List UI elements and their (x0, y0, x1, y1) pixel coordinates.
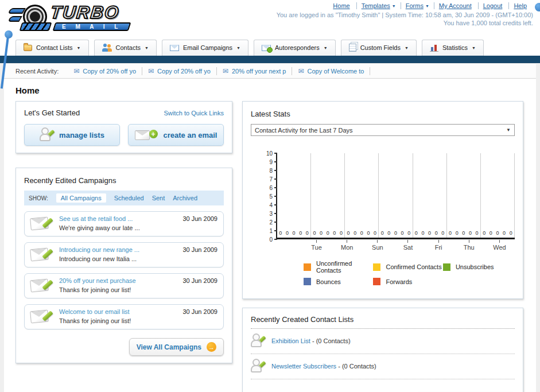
left-column: Let's Get Started Switch to Quick Links … (15, 101, 232, 363)
legend-item: Forwards (373, 278, 442, 285)
data-point-label: 0 (320, 230, 323, 236)
nav-tab-label: Statistics (442, 44, 468, 51)
tick-mark (274, 222, 277, 223)
top-nav-item[interactable]: Forms ▼ (401, 2, 434, 9)
recent-activity-link[interactable]: Copy of 20% off yo (157, 68, 211, 75)
campaign-date: 30 Jun 2009 (182, 246, 217, 263)
data-point-label: 0 (421, 230, 424, 236)
logo-email-text: E M A I L (62, 24, 122, 30)
contact-list-link[interactable]: Exhibition List (271, 337, 310, 344)
campaign-title-link[interactable]: Welcome to our email list (59, 308, 177, 315)
nav-tab[interactable]: Contacts ▼ (94, 40, 157, 56)
nav-tab-label: Custom Fields (360, 44, 401, 51)
contact-list-count: - (0 Contacts) (338, 363, 376, 370)
logo-flame-icon (7, 16, 22, 22)
create-email-button[interactable]: + create an email (128, 124, 224, 146)
y-axis-tick-label: 1 (269, 228, 273, 234)
columns: Let's Get Started Switch to Quick Links … (4, 101, 536, 392)
contact-list-link[interactable]: Newsletter Subscribers (271, 363, 336, 370)
top-nav-link[interactable]: Logout (483, 2, 503, 9)
chart-group: 00000 (481, 153, 515, 238)
recent-activity-item[interactable]: ✉ Copy of 20% off yo (68, 67, 142, 75)
top-nav-item[interactable]: Templates ▼ (356, 2, 401, 9)
legend-swatch (443, 263, 450, 271)
contact-list-item[interactable]: Exhibition List - (0 Contacts) (251, 329, 515, 354)
campaign-filter[interactable]: Scheduled (114, 195, 144, 201)
pin-dot-decoration (5, 30, 13, 38)
recent-activity-item[interactable]: ✉ Copy of 20% off yo (142, 67, 217, 75)
tick-mark (274, 178, 277, 180)
campaign-date: 30 Jun 2009 (182, 277, 217, 294)
switch-quick-links-link[interactable]: Switch to Quick Links (164, 110, 224, 117)
edited-campaign-icon (30, 246, 53, 263)
campaign-filter[interactable]: Sent (152, 195, 165, 201)
tick-mark (274, 196, 277, 197)
data-point-label: 0 (401, 230, 404, 236)
data-point-label: 0 (367, 230, 370, 236)
x-axis-label: Sun (362, 240, 393, 251)
data-point-label: 0 (313, 230, 316, 236)
chart-yaxis: 012345678910 (251, 153, 276, 239)
arrow-right-icon: → (207, 342, 216, 352)
pencil-icon (256, 361, 266, 371)
create-email-icon: + (135, 129, 158, 141)
recent-activity-item[interactable]: ✉ Copy of Welcome to (292, 67, 370, 75)
campaign-card[interactable]: 20% off your next purchase Thanks for jo… (24, 273, 224, 298)
envelope-icon: ✉ (148, 67, 154, 75)
recent-activity-link[interactable]: Copy of 20% off yo (83, 68, 136, 75)
legend-swatch (304, 263, 311, 271)
campaign-title-link[interactable]: See us at the retail food ... (59, 215, 177, 222)
campaigns-panel: Recently Edited Campaigns SHOW: All Camp… (15, 168, 232, 363)
navy-divider-bar (0, 56, 540, 63)
view-all-campaigns-label: View All Campaigns (137, 343, 201, 351)
y-axis-tick-label: 0 (269, 236, 273, 243)
login-info: You are logged in as "Timothy Smith" | S… (277, 11, 533, 18)
campaign-title-link[interactable]: Introducing our new range ... (59, 246, 177, 253)
y-axis-tick-label: 6 (269, 185, 273, 191)
nav-tab[interactable]: Statistics ▼ (422, 40, 484, 56)
top-nav-link[interactable]: Templates (362, 2, 390, 9)
get-started-title: Let's Get Started (24, 108, 80, 117)
show-label: SHOW: (29, 195, 48, 201)
campaign-card[interactable]: Welcome to our email list Thanks for joi… (24, 304, 224, 329)
nav-tab[interactable]: Custom Fields ▼ (341, 40, 417, 56)
data-point-label: 0 (503, 230, 506, 236)
top-nav-link[interactable]: Forms (406, 2, 424, 9)
campaign-subtitle: Introducing our new Italia ... (59, 255, 137, 262)
page-body: Recent Activity: ✉ Copy of 20% off yo ✉ … (0, 63, 540, 392)
top-nav-item[interactable]: Logout (478, 2, 509, 9)
manage-lists-button[interactable]: manage lists (24, 124, 120, 146)
nav-tab-label: Autoresponders (275, 44, 320, 51)
top-nav-item[interactable]: Help (508, 2, 533, 9)
campaign-filter[interactable]: Archived (173, 195, 197, 201)
campaign-title-link[interactable]: 20% off your next purchase (59, 277, 177, 284)
chart-group: 00000 (345, 153, 379, 238)
recent-activity-item[interactable]: ✉ 20% off your next p (217, 67, 293, 75)
campaign-card[interactable]: See us at the retail food ... We're givi… (24, 211, 224, 236)
stats-period-dropdown[interactable]: Contact Activity for the Last 7 Days ▼ (251, 124, 515, 136)
nav-tab[interactable]: Contact Lists ▼ (15, 40, 89, 56)
page-title: Home (15, 86, 536, 95)
top-nav-link[interactable]: Help (514, 2, 527, 9)
chart-plot-groups: 00000000000000000000000000000000000 (276, 153, 515, 239)
right-column: Latest Stats Contact Activity for the La… (242, 101, 523, 392)
main-nav-tabs: Contact Lists ▼ Contacts ▼ Email Campaig… (15, 40, 484, 56)
top-nav-link[interactable]: My Account (439, 2, 472, 9)
nav-tab[interactable]: Email Campaigns ▼ (162, 40, 248, 56)
top-nav-link[interactable]: Home (333, 2, 349, 9)
view-all-campaigns-button[interactable]: View All Campaigns → (129, 338, 224, 356)
nav-tab[interactable]: Autoresponders ▼ (254, 40, 336, 56)
edited-campaign-icon (30, 308, 53, 325)
tick-mark (274, 170, 277, 171)
top-nav-item[interactable]: My Account (434, 2, 478, 9)
campaign-card[interactable]: Introducing our new range ... Introducin… (24, 242, 224, 267)
x-axis-label: Mon (332, 240, 362, 251)
recent-activity-link[interactable]: Copy of Welcome to (308, 68, 364, 75)
recent-activity-link[interactable]: 20% off your next p (232, 68, 286, 75)
chevron-down-icon: ▼ (405, 46, 409, 50)
chevron-down-icon: ▼ (77, 46, 81, 50)
top-nav-item[interactable]: Home (328, 2, 356, 9)
campaign-filter[interactable]: All Campaigns (56, 193, 106, 203)
contact-list-item[interactable]: Newsletter Subscribers - (0 Contacts) (251, 354, 515, 379)
campaign-text: 20% off your next purchase Thanks for jo… (59, 277, 177, 294)
